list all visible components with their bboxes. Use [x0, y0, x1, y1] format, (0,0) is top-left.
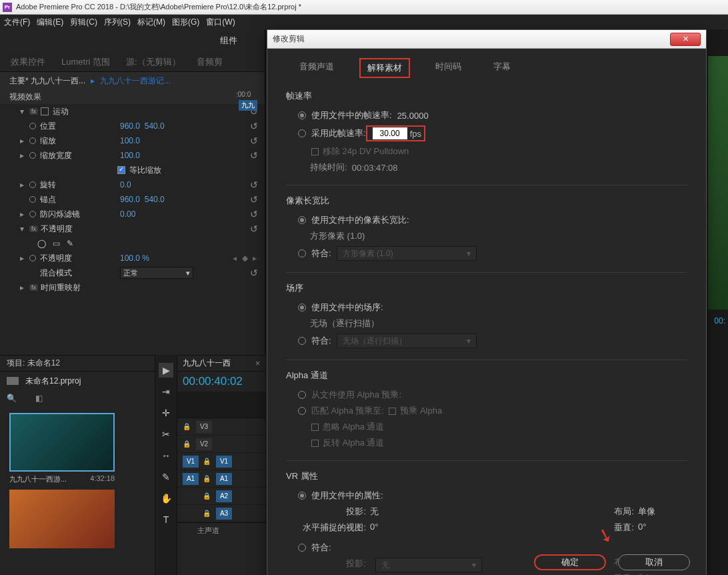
blend-mode-dropdown[interactable]: 正常▾	[120, 267, 193, 279]
reset-icon[interactable]: ↺	[250, 135, 258, 146]
opacity-value[interactable]: 100.0 %	[120, 253, 149, 263]
stopwatch-icon[interactable]	[29, 181, 36, 188]
hand-tool[interactable]: ✋	[159, 491, 173, 506]
twirl-icon[interactable]: ▸	[20, 209, 27, 219]
radio-use-file-field[interactable]	[298, 304, 306, 312]
slip-tool[interactable]: ↔	[159, 448, 173, 463]
remove-pulldown-checkbox[interactable]	[311, 148, 319, 155]
reset-icon[interactable]: ↺	[250, 121, 258, 131]
timeline-timecode[interactable]: 00:00:40:02	[177, 372, 265, 392]
selection-tool[interactable]: ▶	[159, 363, 173, 378]
track-v1[interactable]: V1	[216, 456, 232, 468]
track-a2[interactable]: A2	[216, 490, 232, 502]
ripple-edit-tool[interactable]: ✛	[159, 406, 173, 420]
framerate-input[interactable]	[373, 127, 407, 139]
razor-tool[interactable]: ✂	[159, 427, 173, 442]
workspace-tab[interactable]: 组件	[220, 35, 237, 47]
tab-audio-channels[interactable]: 音频声道	[293, 58, 341, 78]
radio-vr-conform[interactable]	[298, 544, 306, 552]
menu-window[interactable]: 窗口(W)	[206, 17, 235, 28]
stopwatch-icon[interactable]	[29, 137, 36, 144]
type-tool[interactable]: T	[159, 512, 173, 527]
menu-markers[interactable]: 标记(M)	[137, 17, 165, 28]
scale-width-value[interactable]: 100.0	[120, 151, 140, 160]
twirl-icon[interactable]: ▸	[20, 253, 27, 263]
clip-thumbnail[interactable]	[9, 490, 115, 548]
menu-graphics[interactable]: 图形(G)	[172, 17, 199, 28]
menu-edit[interactable]: 编辑(E)	[37, 17, 63, 28]
radio-conform-field[interactable]	[298, 337, 306, 345]
menu-clip[interactable]: 剪辑(C)	[70, 17, 97, 28]
search-icon[interactable]: 🔍	[7, 394, 17, 403]
clip-thumbnail[interactable]	[9, 413, 115, 472]
track-a1[interactable]: A1	[216, 473, 232, 485]
menu-sequence[interactable]: 序列(S)	[104, 17, 131, 28]
tab-lumetri[interactable]: Lumetri 范围	[61, 56, 110, 68]
stopwatch-icon[interactable]	[29, 123, 36, 129]
reset-icon[interactable]: ↺	[250, 194, 258, 205]
track-a3[interactable]: A3	[216, 508, 232, 520]
lock-icon[interactable]: 🔒	[203, 458, 212, 465]
tab-effect-controls[interactable]: 效果控件	[11, 56, 45, 68]
reset-icon[interactable]: ↺	[250, 150, 258, 161]
sequence-link[interactable]: 九九八十一西游记...	[100, 75, 171, 87]
lock-icon[interactable]: 🔒	[183, 423, 192, 430]
filter-icon[interactable]: ◧	[35, 394, 43, 403]
twirl-icon[interactable]: ▸	[20, 151, 27, 160]
stopwatch-icon[interactable]	[29, 152, 36, 159]
tab-captions[interactable]: 字幕	[487, 58, 517, 78]
track-source-a1[interactable]: A1	[183, 473, 199, 485]
lock-icon[interactable]: 🔒	[203, 475, 212, 482]
sequence-tab[interactable]: 九九八十一西	[183, 358, 231, 369]
twirl-icon[interactable]: ▸	[20, 136, 27, 145]
scale-value[interactable]: 100.0	[120, 136, 140, 145]
reset-icon[interactable]: ↺	[250, 223, 258, 234]
track-source-v1[interactable]: V1	[183, 456, 199, 468]
tab-interpret-footage[interactable]: 解释素材	[359, 58, 410, 78]
radio-alpha-from-file[interactable]	[298, 391, 306, 399]
stopwatch-icon[interactable]	[29, 211, 36, 217]
reset-icon[interactable]: ↺	[250, 209, 258, 219]
pen-tool[interactable]: ✎	[159, 470, 173, 484]
reset-icon[interactable]: ↺	[250, 267, 258, 278]
project-panel-tab[interactable]: 项目: 未命名12	[7, 358, 60, 369]
close-button[interactable]: ✕	[670, 33, 701, 46]
ignore-alpha-checkbox[interactable]	[311, 424, 319, 431]
lock-icon[interactable]: 🔒	[203, 492, 212, 500]
radio-conform-par[interactable]	[298, 249, 306, 257]
anchor-y[interactable]: 540.0	[145, 195, 165, 204]
anchor-x[interactable]: 960.0	[120, 195, 140, 204]
keyframe-nav[interactable]: ◂ ◆ ▸	[233, 253, 258, 263]
radio-assume-framerate[interactable]	[298, 129, 306, 137]
position-y[interactable]: 540.0	[145, 121, 165, 131]
timeline-ruler[interactable]	[177, 392, 265, 418]
premult-alpha-checkbox[interactable]	[389, 408, 396, 415]
radio-use-file-par[interactable]	[298, 216, 306, 224]
tab-source[interactable]: 源:（无剪辑）	[126, 56, 181, 68]
lock-icon[interactable]: 🔒	[183, 440, 192, 448]
twirl-icon[interactable]: ▾	[20, 224, 27, 233]
lock-icon[interactable]: 🔒	[203, 510, 212, 517]
track-v2[interactable]: V2	[196, 438, 212, 450]
tab-audio-clip[interactable]: 音频剪	[197, 56, 223, 68]
rotation-value[interactable]: 0.0	[120, 180, 131, 189]
position-x[interactable]: 960.0	[120, 121, 140, 131]
reset-icon[interactable]: ↺	[250, 179, 258, 190]
radio-alpha-premult[interactable]	[298, 407, 306, 415]
close-icon[interactable]: ×	[255, 359, 260, 368]
mask-ellipse-icon[interactable]: ◯	[37, 239, 46, 248]
stopwatch-icon[interactable]	[29, 255, 36, 261]
uniform-scale-checkbox[interactable]	[117, 166, 125, 174]
invert-alpha-checkbox[interactable]	[311, 440, 319, 447]
track-v3[interactable]: V3	[196, 421, 212, 433]
track-select-tool[interactable]: ⇥	[159, 384, 173, 399]
twirl-icon[interactable]: ▸	[20, 283, 27, 292]
mask-rect-icon[interactable]: ▭	[53, 239, 60, 248]
twirl-icon[interactable]: ▸	[20, 180, 27, 189]
cancel-button[interactable]: 取消	[618, 554, 690, 570]
radio-vr-use-file[interactable]	[298, 492, 306, 500]
tab-timecode[interactable]: 时间码	[429, 58, 468, 78]
stopwatch-icon[interactable]	[29, 196, 36, 203]
menu-file[interactable]: 文件(F)	[4, 17, 30, 28]
twirl-icon[interactable]: ▾	[20, 107, 27, 116]
